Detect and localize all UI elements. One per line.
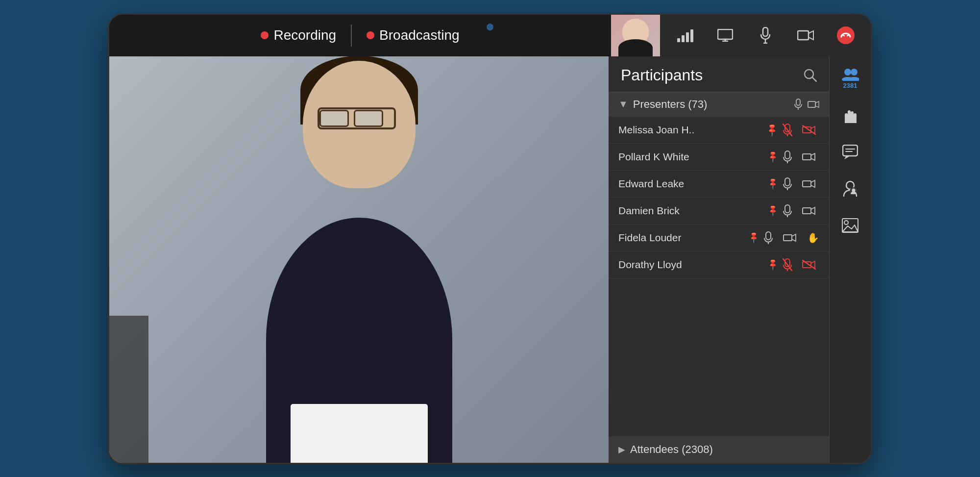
pin-icon: 📌: [747, 231, 760, 245]
avatar-body: [618, 39, 653, 56]
svg-rect-4: [763, 27, 768, 36]
header-right: [611, 15, 871, 56]
presenter-video: [200, 56, 518, 463]
pin-icon: 📌: [766, 204, 780, 218]
svg-rect-12: [796, 99, 800, 105]
presenters-label: Presenters (73): [633, 98, 789, 111]
mic-off-icon: [783, 258, 797, 271]
mic-on-icon: [783, 151, 797, 163]
sidebar-qa-button[interactable]: [833, 172, 867, 206]
mic-on-icon: [783, 177, 797, 190]
participant-row: Fidela Louder 📌: [609, 225, 829, 251]
pin-icon: 📌: [766, 150, 780, 164]
participant-name: Dorathy Lloyd: [618, 259, 763, 271]
section-cam-icon: [808, 100, 819, 109]
status-divider: [351, 25, 352, 47]
svg-rect-30: [785, 205, 790, 213]
recording-status: Recording: [261, 27, 336, 43]
cam-on-icon: [783, 233, 800, 243]
main-content: Participants ▼ Presenters (73): [109, 56, 871, 463]
body: [266, 218, 452, 463]
search-button[interactable]: [803, 68, 817, 82]
panel-title: Participants: [621, 66, 703, 84]
head: [303, 61, 416, 188]
device-frame: Recording Broadcasting: [108, 13, 872, 464]
svg-rect-14: [808, 101, 815, 107]
svg-rect-22: [785, 151, 790, 159]
avatar-thumbnail: [611, 15, 660, 56]
pin-icon: 📌: [766, 258, 780, 272]
svg-marker-37: [792, 234, 796, 241]
mic-off-icon: [783, 124, 797, 136]
participant-name: Edward Leake: [618, 178, 763, 190]
broadcasting-label: Broadcasting: [379, 27, 459, 43]
cam-off-icon: [802, 260, 819, 270]
participant-row: Pollard K White 📌: [609, 144, 829, 171]
section-mic-icon: [794, 99, 803, 110]
header-icons: [660, 23, 871, 48]
participant-name: Pollard K White: [618, 151, 763, 163]
pin-icon: 📌: [766, 177, 780, 191]
participants-list: Melissa Joan H.. 📌: [609, 117, 829, 278]
video-background: [109, 56, 609, 463]
cam-off-icon: [802, 125, 819, 135]
svg-rect-36: [784, 235, 792, 241]
participant-row: Dorathy Lloyd 📌: [609, 251, 829, 278]
cam-on-icon: [802, 152, 819, 162]
svg-point-9: [837, 26, 855, 44]
camera-icon[interactable]: [793, 23, 818, 48]
microphone-icon[interactable]: [753, 23, 778, 48]
broadcasting-dot: [367, 31, 374, 39]
participant-name: Damien Brick: [618, 205, 763, 217]
raise-hand-small-icon: ✋: [807, 232, 819, 244]
svg-rect-24: [803, 154, 811, 160]
sidebar-chat-button[interactable]: [833, 135, 867, 169]
sidebar-media-button[interactable]: [833, 208, 867, 243]
svg-rect-32: [803, 208, 811, 214]
svg-marker-33: [811, 207, 815, 214]
svg-point-44: [844, 69, 851, 75]
svg-marker-29: [811, 180, 815, 187]
svg-point-45: [851, 69, 858, 75]
participant-row: Edward Leake 📌: [609, 171, 829, 198]
svg-point-60: [852, 188, 856, 192]
shirt: [291, 404, 428, 463]
cam-on-icon: [802, 179, 819, 189]
svg-rect-7: [798, 31, 808, 40]
svg-line-11: [812, 77, 816, 81]
broadcasting-status: Broadcasting: [367, 27, 459, 43]
sidebar-participants-button[interactable]: 2381: [833, 61, 867, 96]
presenters-section-header[interactable]: ▼ Presenters (73): [609, 92, 829, 117]
panel-header: Participants: [609, 56, 829, 92]
svg-rect-52: [845, 118, 857, 123]
participant-name: Fidela Louder: [618, 232, 744, 244]
end-call-icon[interactable]: [833, 23, 858, 48]
screen-share-icon[interactable]: [713, 23, 737, 48]
svg-rect-34: [766, 232, 771, 240]
participant-row: Damien Brick 📌: [609, 198, 829, 225]
svg-marker-15: [815, 101, 819, 107]
recording-dot: [261, 31, 269, 39]
signal-icon[interactable]: [673, 23, 697, 48]
mic-on-icon: [763, 231, 778, 244]
mic-on-icon: [783, 204, 797, 217]
right-sidebar: 2381: [829, 56, 871, 463]
sidebar-raise-hand-button[interactable]: [833, 98, 867, 132]
participant-count: 2381: [843, 82, 858, 89]
svg-marker-63: [842, 225, 858, 232]
svg-rect-26: [785, 178, 790, 186]
small-figure: [109, 316, 148, 463]
participant-name: Melissa Joan H..: [618, 124, 762, 136]
svg-rect-0: [718, 29, 733, 39]
svg-marker-8: [808, 31, 813, 40]
attendees-section[interactable]: ▶ Attendees (2308): [609, 436, 829, 463]
svg-marker-25: [811, 153, 815, 160]
participant-row: Melissa Joan H.. 📌: [609, 117, 829, 144]
svg-point-62: [844, 221, 848, 225]
recording-area: Recording Broadcasting: [109, 25, 611, 47]
top-bar: Recording Broadcasting: [109, 15, 871, 56]
participants-panel: Participants ▼ Presenters (73): [609, 56, 829, 463]
video-area: [109, 56, 609, 463]
attendees-label: Attendees (2308): [630, 443, 713, 456]
svg-rect-28: [803, 181, 811, 187]
